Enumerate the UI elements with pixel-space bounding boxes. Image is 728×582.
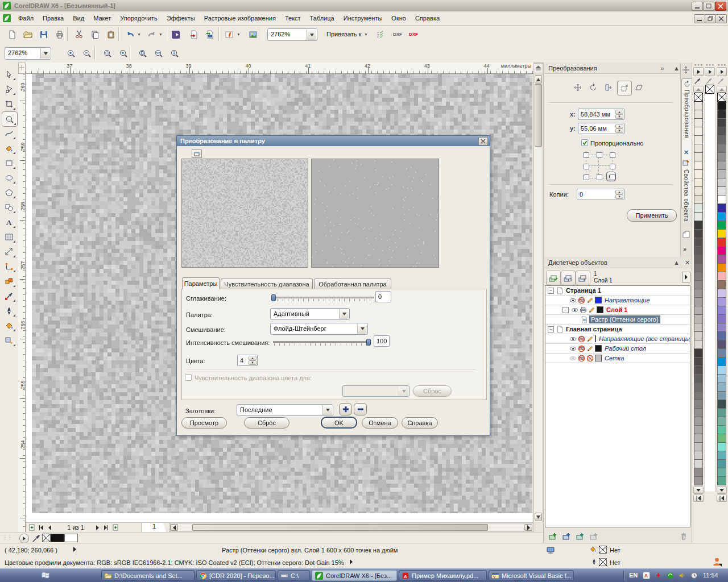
vscroll-top-button[interactable] (533, 63, 543, 73)
palette-swatch[interactable] (717, 323, 726, 332)
om-collapse-icon[interactable]: ▲ (673, 259, 680, 266)
colors-spinner[interactable]: ▲▼ (249, 356, 257, 365)
om-layer-manager-view-button[interactable]: 1 (576, 271, 590, 285)
palette-swatch[interactable] (694, 272, 703, 281)
layer-color-swatch[interactable] (595, 345, 602, 352)
new-document-button[interactable] (5, 27, 19, 42)
palette-swatch[interactable] (694, 306, 703, 315)
palette-swatch[interactable] (694, 186, 703, 196)
palette-swatch[interactable] (717, 468, 726, 477)
palette-swatch[interactable] (717, 417, 726, 426)
palette-swatch[interactable] (694, 425, 703, 434)
x-input[interactable]: 58,843 мм▲▼ (578, 109, 624, 120)
zoom-all-button[interactable] (116, 46, 131, 61)
palette-swatch[interactable] (717, 144, 726, 153)
no-edit-icon[interactable] (586, 355, 594, 362)
prev-page-button[interactable] (46, 523, 53, 531)
add-preset-button[interactable] (339, 403, 352, 415)
transform-position-button[interactable] (571, 81, 585, 94)
palette-swatch[interactable] (717, 212, 726, 221)
palette-swatch[interactable] (717, 280, 726, 289)
palette-swatch[interactable] (694, 255, 703, 264)
reset-button[interactable]: Сброс (244, 417, 289, 429)
tool-pick[interactable] (2, 67, 16, 81)
tool-dimension[interactable] (2, 244, 16, 259)
minimize-button[interactable] (692, 2, 703, 11)
tool-table[interactable] (2, 230, 16, 244)
palette-swatch[interactable] (694, 118, 703, 127)
anchor-point[interactable] (597, 174, 602, 180)
menu-item-5[interactable]: Эффекты (162, 13, 200, 24)
palette-swatch[interactable] (717, 383, 726, 392)
tray-scheduler-icon[interactable] (690, 572, 698, 579)
om-flyout-button[interactable] (682, 272, 690, 282)
om-edit-across-layers-button[interactable] (561, 271, 576, 285)
anchor-point[interactable] (584, 164, 589, 169)
range-color-select[interactable] (342, 385, 410, 397)
tree-label[interactable]: Направляющие (605, 297, 650, 304)
hscroll-thumb[interactable] (192, 524, 488, 531)
start-button-icon[interactable] (41, 571, 50, 580)
palette-swatch[interactable] (717, 263, 726, 272)
palette-swatch[interactable] (694, 314, 703, 323)
palette-swatch[interactable] (694, 357, 703, 366)
range-reset-button[interactable]: Сброс (413, 385, 452, 397)
zoom-width-button[interactable] (151, 46, 166, 61)
om-show-layers-button[interactable] (546, 271, 561, 285)
export-button[interactable] (187, 27, 201, 42)
x-spinner[interactable]: ▲▼ (615, 110, 623, 119)
tool-crop[interactable] (2, 97, 16, 111)
palette-swatch[interactable] (694, 468, 703, 477)
palette-swatch[interactable] (694, 229, 703, 238)
ruler-origin-button[interactable] (18, 63, 26, 74)
om-new-layer-button[interactable] (546, 529, 560, 543)
taskbar-task-5[interactable]: Microsoft Visual Basic f... (489, 570, 574, 581)
tree-row[interactable]: Рабочий стол (545, 344, 690, 354)
palette-swatch[interactable] (694, 297, 703, 306)
outline-none-swatch[interactable] (599, 558, 607, 566)
add-page-end-button[interactable] (112, 523, 119, 531)
first-page-button[interactable] (38, 523, 45, 531)
coords-flyout-icon[interactable] (73, 547, 77, 552)
palette-swatch[interactable] (717, 391, 726, 400)
palette-swatch[interactable] (694, 101, 703, 110)
palette-swatch[interactable] (717, 118, 726, 127)
palette-swatch[interactable] (694, 144, 703, 153)
palette-swatch[interactable] (717, 476, 726, 485)
tray-volume-icon[interactable] (679, 572, 686, 579)
palette-swatch[interactable] (694, 434, 703, 443)
intensity-slider[interactable] (273, 338, 371, 346)
palette-swatch[interactable] (694, 451, 703, 460)
presets-select[interactable]: Последние (237, 404, 333, 416)
no-print-icon[interactable] (578, 335, 585, 343)
palette-swatch[interactable] (717, 348, 726, 357)
tree-label[interactable]: Растр (Оттенки серого) (589, 315, 660, 323)
palette-swatch[interactable] (694, 152, 703, 161)
dock-toggle-icon[interactable] (682, 66, 690, 74)
menu-item-0[interactable]: Файл (14, 13, 38, 24)
redo-dropdown-icon[interactable]: ▼ (159, 32, 163, 36)
taskbar-task-0[interactable]: D:\Documents and Set... (101, 570, 195, 581)
palette-swatch[interactable] (717, 135, 726, 144)
tree-label[interactable]: Страница 1 (566, 287, 601, 294)
zoom-height-button[interactable] (167, 46, 182, 61)
transform-size-button[interactable] (617, 81, 632, 95)
om-new-master-all-button[interactable] (573, 529, 587, 543)
user-account-icon[interactable] (712, 557, 722, 567)
intensity-input[interactable]: 100 (374, 335, 390, 347)
palette-swatch[interactable] (717, 459, 726, 468)
palette-swatch[interactable] (694, 178, 703, 187)
palette-eyedropper-icon[interactable] (693, 77, 702, 85)
taskbar-task-4[interactable]: AПример Михаиилу.pd... (399, 570, 487, 581)
tool-basic-shapes[interactable] (2, 200, 16, 214)
palette-swatch[interactable] (694, 263, 703, 272)
anchor-point[interactable] (597, 152, 602, 158)
palette-swatch[interactable] (717, 357, 726, 366)
tool-shape[interactable] (2, 82, 16, 96)
transform-scale-mirror-button[interactable] (602, 81, 615, 94)
edit-icon[interactable] (588, 306, 595, 314)
dithering-select[interactable]: Флойд-Штейнберг (270, 323, 368, 335)
eyedropper-icon[interactable] (32, 534, 41, 543)
tree-row[interactable]: −Слой 1 (545, 305, 690, 315)
palette-swatch[interactable] (717, 178, 726, 187)
